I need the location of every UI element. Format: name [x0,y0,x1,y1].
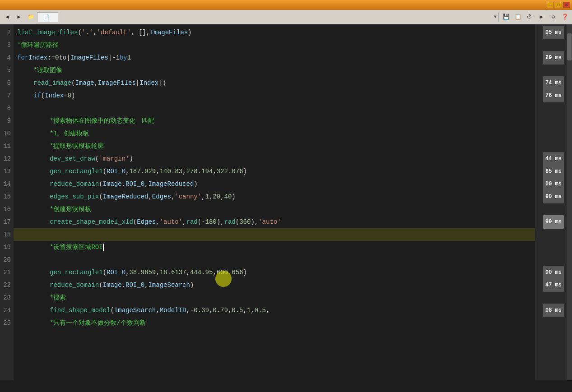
token-comment: *创建形状模板 [50,203,91,216]
code-line-6[interactable]: read_image (Image, ImageFiles[Index]) [14,77,535,89]
vertical-scrollbar[interactable] [567,24,572,380]
code-line-23[interactable]: *搜索 [14,291,535,304]
code-line-13[interactable]: gen_rectangle1 (ROI_0, 187.929, 140.83, … [14,165,535,178]
code-line-17[interactable]: create_shape_model_xld (Edges, 'auto', r… [14,216,535,228]
code-line-7[interactable]: if(Index=0) [14,89,535,102]
code-lines[interactable]: list_image_files ('.', 'default', [], Im… [14,24,535,380]
code-line-15[interactable]: edges_sub_pix (ImageReduced, Edges, 'can… [14,190,535,203]
token-op: ), [217,216,224,228]
line-number-15: 15 [0,190,14,203]
token-fn: read_image [33,77,71,89]
timer-button[interactable]: ⏱ [524,12,535,23]
run-button[interactable]: ▶ [536,12,547,23]
maximize-button[interactable]: □ [555,2,562,8]
code-line-16[interactable]: *创建形状模板 [14,203,535,216]
timing-19 [535,241,567,254]
timing-11 [535,140,567,152]
token-op: , [209,304,213,317]
token-op: , [213,165,216,178]
token-fn: rad [186,216,198,228]
token-num: 0.5 [255,304,266,317]
code-line-5[interactable]: *读取图像 [14,64,535,77]
token-num: 1 [127,51,131,64]
minimize-button[interactable]: ─ [547,2,554,8]
code-line-12[interactable]: dev_set_draw ('margin') [14,152,535,165]
timing-5 [535,64,567,77]
token-str: 'margin' [99,152,129,165]
token-kw: if [33,89,41,102]
token-str: 'canny' [175,190,201,203]
token-op: , [126,165,129,178]
token-num: 0.5 [232,304,243,317]
token-num: 0.79 [213,304,228,317]
line-number-8: 8 [0,102,14,115]
code-line-11[interactable]: *提取形状模板轮廓 [14,140,535,152]
title-bar: ─ □ ✕ [0,0,572,10]
code-line-10[interactable]: *1、创建模板 [14,127,535,140]
token-op: , [251,304,254,317]
token-op: ) [243,165,247,178]
token-op: , [243,304,247,317]
token-fn: find_shape_model [50,304,110,317]
token-op: , [186,266,190,279]
line-number-10: 10 [0,127,14,140]
close-button[interactable]: ✕ [563,2,570,8]
code-line-9[interactable]: *搜索物体在图像中的动态变化 匹配 [14,115,535,127]
token-op: ( [110,304,114,317]
token-num: -180 [201,216,217,228]
timing-2: 05 ms [535,26,567,39]
token-op: , [213,266,216,279]
token-var: ImageReduced [103,190,149,203]
token-op: , [148,190,152,203]
timing-badge: 29 ms [543,51,564,65]
back-button[interactable]: ◀ [2,12,13,23]
tab-dropdown-arrow[interactable]: ▼ [494,14,497,19]
token-num: 1 [205,190,209,203]
timing-badge: 00 ms [543,266,564,279]
token-op: , [182,216,186,228]
token-fn: edges_sub_pix [50,190,99,203]
code-line-3[interactable]: *循环遍历路径 [14,39,535,51]
line-number-13: 13 [0,165,14,178]
token-op: , [156,165,159,178]
token-op: ( [198,216,201,228]
timing-12: 44 ms [535,152,567,165]
forward-button[interactable]: ▶ [14,12,24,23]
code-line-2[interactable]: list_image_files ('.', 'default', [], Im… [14,26,535,39]
help-button[interactable]: ❓ [559,12,570,23]
main-tab[interactable]: 📄 [37,12,58,22]
scrollbar-thumb[interactable] [567,33,572,60]
token-op: , [182,165,186,178]
code-line-19[interactable]: *设置搜索区域ROI [14,241,535,254]
timing-10 [535,127,567,140]
token-var: ImageSearch [114,304,156,317]
timing-13: 85 ms [535,165,567,178]
code-line-20[interactable] [14,254,535,266]
separator [498,13,499,22]
timing-badge: 05 ms [543,26,564,39]
token-op: [ [136,77,140,89]
token-op: ) [190,279,194,291]
line-number-24: 24 [0,304,14,317]
timing-badge: 44 ms [543,152,564,166]
code-line-25[interactable]: *只有一个对象不做分数/个数判断 [14,317,535,329]
timing-7: 76 ms [535,89,567,102]
open-file-button[interactable]: 📁 [25,12,36,23]
copy-button[interactable]: 📋 [512,12,523,23]
token-comment: *搜索 [50,291,66,304]
save-button[interactable]: 💾 [501,12,512,23]
code-line-21[interactable]: gen_rectangle1 (ROI_0, 38.9859, 18.6137,… [14,266,535,279]
token-var: ImageSearch [148,279,190,291]
code-line-4[interactable]: for Index := 0 to |ImageFiles|-1 by 1 [14,51,535,64]
code-line-8[interactable] [14,102,535,115]
token-num: 20 [213,190,220,203]
code-line-18[interactable] [14,228,535,241]
code-line-14[interactable]: reduce_domain (Image, ROI_0, ImageReduce… [14,178,535,190]
settings-button[interactable]: ⚙ [548,12,558,23]
token-num: 444.95 [190,266,213,279]
token-var: Index [28,51,47,64]
code-line-22[interactable]: reduce_domain (Image, ROI_0, ImageSearch… [14,279,535,291]
line-number-11: 11 [0,140,14,152]
token-comment: *设置搜索区域ROI [50,241,103,254]
code-line-24[interactable]: find_shape_model (ImageSearch, ModelID, … [14,304,535,317]
